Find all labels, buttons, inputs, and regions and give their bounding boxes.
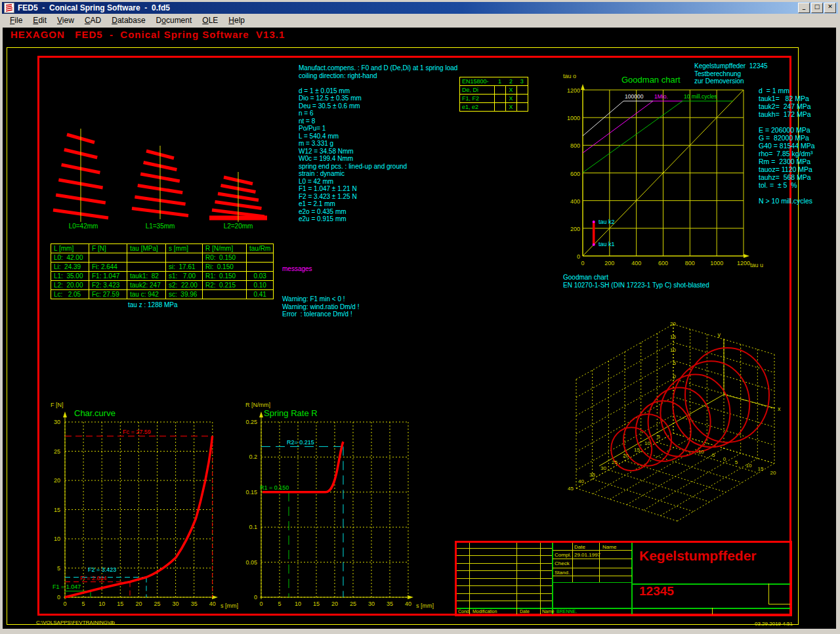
en-cell [494, 103, 505, 112]
tick-label: 5 [735, 459, 738, 465]
menu-help[interactable]: Help [223, 14, 250, 26]
tick-label: 0 [581, 260, 584, 266]
tick-label: 10 [644, 440, 650, 446]
messages-block: messages Warning: F1 min < 0 !Warning: w… [282, 250, 359, 333]
material-line: taukh= 172 MPa [759, 110, 815, 118]
tick-label: 20 [623, 453, 629, 459]
spring-rate-grid [261, 422, 408, 597]
menu-database[interactable]: Database [106, 14, 150, 26]
material-line: G = 82000 MPa [759, 134, 815, 142]
tick-label: 0 [259, 601, 262, 607]
parameter-line: W0c = 199.4 Nmm [299, 155, 457, 163]
tick-label: 5 [673, 360, 677, 366]
tick-label: 0 [577, 253, 580, 260]
close-button[interactable]: ✕ [824, 3, 836, 13]
menu-view[interactable]: View [52, 14, 79, 26]
divider [457, 608, 790, 609]
tick-label: 10 [54, 536, 60, 542]
spring-views [46, 121, 335, 236]
tick-label: 30 [368, 601, 375, 607]
char-curve-x-arrow [212, 595, 218, 599]
tick-label: 0 [723, 456, 726, 462]
tick-label: 15 [634, 447, 640, 453]
f2-label: F2 = 3.423 [88, 566, 116, 573]
tick-label: 40 [405, 601, 411, 607]
material-line [759, 118, 815, 126]
char-curve-y-arrow [63, 412, 67, 417]
fc-label: Fc = 27.59 [123, 429, 151, 435]
grid-line [572, 543, 573, 582]
results-cell: F1: 1.047 [89, 272, 127, 281]
f1-label: F1 = 1.047 [52, 583, 81, 590]
tick-label: 0.15 [245, 489, 257, 496]
tau-k2-point [593, 221, 595, 223]
en-cell [494, 95, 505, 103]
menu-document[interactable]: Document [151, 14, 198, 26]
tick-label: 0 [673, 373, 677, 379]
parameter-line: Po/Pu= 1 [299, 125, 457, 133]
title-block: Date Name Compl. 29.01.1997 Check Stand.… [455, 541, 792, 616]
menu-edit[interactable]: Edit [28, 14, 52, 26]
menu-cad[interactable]: CAD [79, 14, 106, 26]
tick-label: 5 [658, 434, 661, 440]
grid-line [553, 559, 632, 559]
tick-label: 20 [54, 477, 60, 484]
grid-line [768, 583, 769, 604]
results-cell: Ri: 0.150 [203, 263, 247, 272]
divider [631, 543, 633, 614]
tick-label: 35 [387, 601, 393, 607]
parameter-line: nt = 8 [299, 117, 457, 125]
grid-line [599, 543, 600, 582]
results-cell: 0.10 [247, 281, 274, 290]
name-label: Name [542, 609, 555, 614]
grid-line [457, 555, 552, 556]
application-window: FED5 - Conical Spring Software - 0.fd5 _… [0, 0, 840, 634]
parameter-line: d = 1 ± 0.015 mm [299, 87, 457, 95]
tick-label: 1000 [567, 115, 580, 121]
en-header-cell: 1 [494, 77, 505, 86]
grid-line [457, 570, 552, 571]
parameter-line: coiling direction: right-hand [299, 72, 457, 80]
results-cell: si: 17.61 [166, 263, 203, 272]
results-cell: s2: 22.00 [166, 281, 203, 290]
tick-label: 600 [570, 171, 580, 177]
app-heading: HEXAGON FED5 - Conical Spring Software V… [10, 29, 285, 40]
spring-rate-x-label: s [mm] [416, 602, 434, 609]
grid-line [457, 585, 552, 586]
tick-label: 10 [98, 601, 105, 607]
results-cell: R2: 0.215 [203, 281, 247, 290]
en-header-label: EN15800- [460, 77, 495, 86]
stand-label: Stand. [555, 570, 570, 576]
title-bar[interactable]: FED5 - Conical Spring Software - 0.fd5 _… [2, 2, 838, 14]
grid-line [712, 608, 713, 614]
parameter-line: F1 = 1.047 ± 1.21 N [299, 185, 457, 193]
en-cell [516, 95, 528, 103]
parameter-line: e2o = 0.435 mm [299, 208, 457, 216]
print-timestamp: 03.29.2019 4:51 [755, 621, 793, 627]
tick-label: 800 [685, 260, 695, 266]
date-header: Date [574, 544, 585, 550]
table-row: L1: 35.00F1: 1.047tauk1: 82s1: 7.00R1: 0… [51, 272, 274, 281]
tick-label: 0.2 [249, 454, 257, 460]
maximize-button[interactable]: □ [811, 3, 823, 13]
en-cell: X [505, 95, 516, 103]
results-header-cell: F [N] [89, 244, 127, 253]
en-cell [494, 86, 505, 95]
tau-k1-point [593, 243, 595, 246]
minimize-button[interactable]: _ [798, 3, 810, 13]
results-cell: L1: 35.00 [51, 272, 89, 281]
results-cell: L2: 20.00 [51, 281, 89, 290]
cycle-line-label: 10 mill.cycles [684, 93, 717, 100]
tick-label: 600 [658, 260, 668, 266]
goodman-caption-line: Goodman chart [563, 274, 709, 282]
spring-l1-label: L1=35mm [133, 222, 188, 230]
tick-label: 15 [54, 507, 60, 513]
tick-label: 15 [117, 601, 123, 607]
results-cell [247, 263, 274, 272]
menu-file[interactable]: File [5, 14, 28, 26]
menu-ole[interactable]: OLE [197, 14, 223, 26]
divider [553, 582, 632, 583]
grid-line [553, 550, 632, 551]
char-curve-x-label: s [mm] [220, 602, 238, 609]
tick-label: 40 [209, 601, 216, 607]
